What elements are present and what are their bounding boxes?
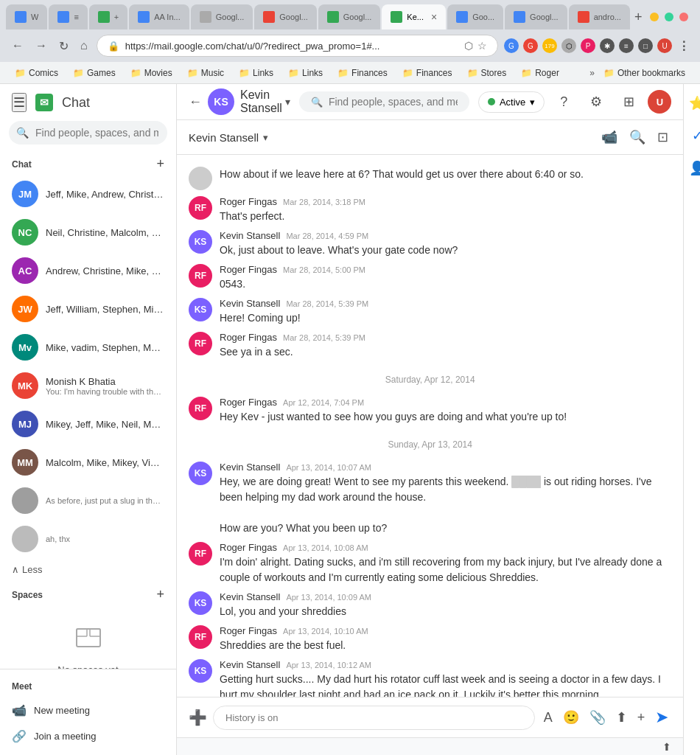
more-options-button[interactable]: ⊡ xyxy=(654,126,671,148)
extension-icon-4[interactable]: ⬡ xyxy=(561,38,576,53)
reload-button[interactable]: ↻ xyxy=(56,36,71,56)
tab-docs1[interactable]: ≡ xyxy=(49,4,87,29)
new-tab-button[interactable]: + xyxy=(631,7,645,28)
chat-name: Jeff, William, Stephen, Michael, ... xyxy=(46,304,164,315)
tab-g1[interactable]: Googl... xyxy=(254,4,317,29)
search-input[interactable] xyxy=(329,96,458,108)
message-text: Lol, you and your shreddies xyxy=(220,604,671,619)
tab-bar: W ≡ + AA In... Googl... Googl... Googl..… xyxy=(0,0,700,29)
bookmark-roger[interactable]: 📁 Roger xyxy=(515,66,565,80)
upload-button[interactable]: ⬆ xyxy=(613,706,630,728)
tab-g3[interactable]: Goo... xyxy=(447,4,503,29)
chat-view-topbar: Kevin Stansell ▾ 📹 🔍 ⊡ xyxy=(177,120,683,155)
extension-icon-6[interactable]: ✱ xyxy=(600,38,615,53)
back-button[interactable]: ← xyxy=(189,94,202,110)
tasks-icon[interactable]: ✓ xyxy=(684,122,700,149)
more-options-button[interactable]: + xyxy=(634,707,648,728)
extension-icon-7[interactable]: ≡ xyxy=(619,38,634,53)
url-bar[interactable]: 🔒 https://mail.google.com/chat/u/0/?redi… xyxy=(97,35,498,57)
tab-wikipedia[interactable]: W xyxy=(6,4,47,29)
extension-icon-5[interactable]: P xyxy=(581,38,595,53)
list-item[interactable]: MK Monish K Bhatia You: I'm having troub… xyxy=(0,366,176,405)
extension-icon-1[interactable]: G xyxy=(504,38,519,53)
user-avatar[interactable]: U xyxy=(648,90,671,114)
list-item[interactable]: JW Jeff, William, Stephen, Michael, ... xyxy=(0,290,176,328)
spaces-section-header: Spaces + xyxy=(0,581,176,605)
bookmark-links2[interactable]: 📁 Links xyxy=(282,66,329,80)
settings-button[interactable]: ⚙ xyxy=(583,88,609,115)
tab-docs2[interactable]: AA In... xyxy=(129,4,189,29)
tab-a1[interactable]: Googl... xyxy=(505,4,567,29)
video-call-button[interactable]: 📹 xyxy=(598,126,620,148)
bookmark-finances1[interactable]: 📁 Finances xyxy=(332,66,393,80)
less-toggle[interactable]: ∧ Less xyxy=(0,558,176,581)
star-notes-icon[interactable]: ⭐ xyxy=(684,90,700,116)
expand-icon[interactable]: ⬆ xyxy=(662,741,671,753)
sender-name: Roger Fingas xyxy=(220,625,277,636)
search-input[interactable] xyxy=(9,121,167,145)
cast-icon[interactable]: ⬡ xyxy=(464,40,473,52)
tab-ke[interactable]: Ke... × xyxy=(382,4,446,29)
status-button[interactable]: Active ▾ xyxy=(478,91,545,113)
close-button[interactable] xyxy=(679,13,688,21)
contacts-icon[interactable]: 👤 xyxy=(684,155,700,181)
message-header: Roger Fingas Apr 13, 2014, 10:10 AM xyxy=(220,625,671,636)
list-item[interactable]: JM Jeff, Mike, Andrew, Christine, ... xyxy=(0,175,176,213)
bookmark-music[interactable]: 📁 Music xyxy=(181,66,230,80)
add-attachment-button[interactable]: ➕ xyxy=(189,709,207,726)
bookmark-label: Roger xyxy=(535,68,559,78)
message-input-field[interactable]: History is on xyxy=(213,706,535,730)
bookmark-games[interactable]: 📁 Games xyxy=(67,66,122,80)
tab-g4[interactable]: andro... xyxy=(569,4,630,29)
join-meeting-item[interactable]: 🔗 Join a meeting xyxy=(0,723,176,749)
back-navigation-button[interactable]: ← xyxy=(9,36,27,55)
list-item[interactable]: MM Malcolm, Mike, Mikey, Victor, ... xyxy=(0,443,176,481)
search-in-chat-button[interactable]: 🔍 xyxy=(626,126,648,148)
bookmark-stores[interactable]: 📁 Stores xyxy=(461,66,513,80)
spaces-empty-icon xyxy=(74,623,103,658)
user-profile-icon[interactable]: U xyxy=(657,38,672,53)
hamburger-menu-button[interactable]: ☰ xyxy=(12,93,27,112)
add-chat-button[interactable]: + xyxy=(156,156,164,172)
tab-plus[interactable]: + xyxy=(89,4,127,29)
extension-icon-8[interactable]: □ xyxy=(638,38,653,53)
sender-name: Kevin Stansell xyxy=(220,298,280,309)
bookmark-star-icon[interactable]: ☆ xyxy=(477,40,487,52)
extension-icon-2[interactable]: G xyxy=(523,38,538,53)
tab-g2[interactable]: Googl... xyxy=(318,4,381,29)
apps-button[interactable]: ⊞ xyxy=(615,88,642,115)
bookmark-movies[interactable]: 📁 Movies xyxy=(125,66,178,80)
extension-icon-3[interactable]: 179 xyxy=(542,38,557,53)
list-item[interactable]: Mv Mike, vadim, Stephen, Malcolm, ... xyxy=(0,328,176,366)
emoji-button[interactable]: 🙂 xyxy=(560,706,582,728)
avatar: RF xyxy=(189,397,212,420)
list-item[interactable]: AC Andrew, Christine, Mike, Jeff, ... xyxy=(0,251,176,290)
bookmark-links1[interactable]: 📁 Links xyxy=(233,66,279,80)
tab-wiki2[interactable]: Googl... xyxy=(191,4,253,29)
tab-close-btn[interactable]: × xyxy=(431,11,437,23)
other-bookmarks[interactable]: 📁 Other bookmarks xyxy=(598,66,691,80)
send-button[interactable]: ➤ xyxy=(652,705,671,730)
list-item[interactable]: NC Neil, Christine, Malcolm, Mikey xyxy=(0,213,176,251)
bookmark-comics[interactable]: 📁 Comics xyxy=(9,66,64,80)
minimize-button[interactable] xyxy=(650,13,659,21)
list-item[interactable]: ah, thx xyxy=(0,520,176,558)
home-button[interactable]: ⌂ xyxy=(77,36,91,55)
folder-icon: 📁 xyxy=(337,68,349,78)
help-button[interactable]: ? xyxy=(550,88,577,115)
header-search[interactable]: 🔍 xyxy=(299,91,469,112)
bookmark-finances2[interactable]: 📁 Finances xyxy=(396,66,458,80)
new-meeting-item[interactable]: 📹 New meeting xyxy=(0,697,176,723)
attach-file-button[interactable]: 📎 xyxy=(587,706,609,728)
browser-menu-icon[interactable]: ⋮ xyxy=(676,38,691,53)
list-item[interactable]: MJ Mikey, Jeff, Mike, Neil, Malcolm, ... xyxy=(0,405,176,443)
maximize-button[interactable] xyxy=(665,13,673,21)
bookmarks-more[interactable]: » xyxy=(589,68,595,78)
add-space-button[interactable]: + xyxy=(156,587,164,602)
sidebar: ☰ ✉ Chat 🔍 Chat + JM Jeff, Mike, Andrew,… xyxy=(0,84,177,755)
message-content: Kevin Stansell Apr 13, 2014, 10:12 AM Ge… xyxy=(220,659,671,697)
list-item[interactable]: As before, just put a slug in there so e… xyxy=(0,481,176,520)
text-format-button[interactable]: A xyxy=(541,707,556,728)
chat-name: Malcolm, Mike, Mikey, Victor, ... xyxy=(46,457,164,468)
forward-navigation-button[interactable]: → xyxy=(32,36,50,55)
